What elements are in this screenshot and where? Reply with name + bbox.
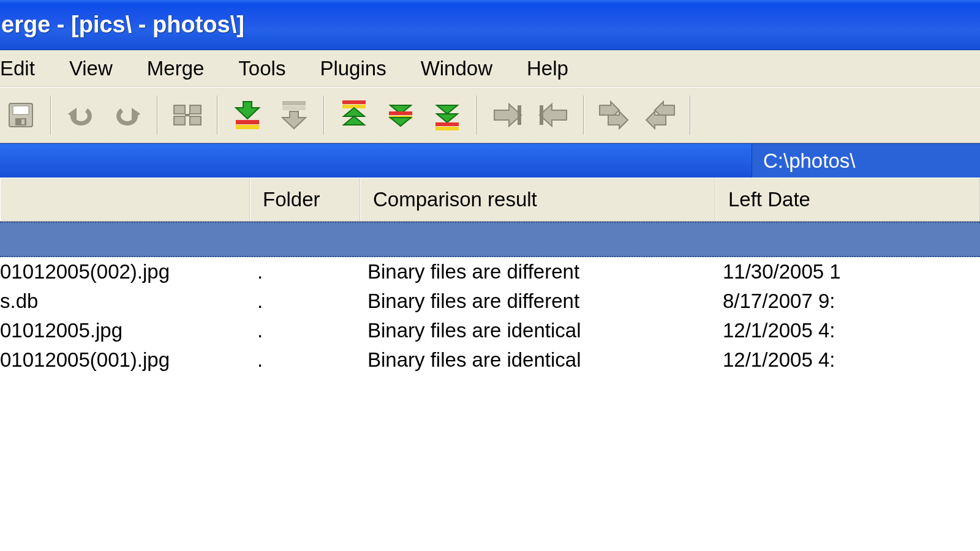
column-comparison[interactable]: Comparison result [360,178,715,221]
selected-row[interactable] [0,222,980,257]
double-down-icon [432,99,462,131]
menu-label: Edit [0,57,35,80]
svg-rect-21 [389,111,412,115]
toolbar-separator [50,96,51,135]
column-label: Comparison result [373,188,537,211]
svg-rect-14 [282,106,306,110]
svg-rect-13 [282,101,306,105]
menu-label: Merge [147,57,205,80]
save-button[interactable] [0,96,42,135]
menu-view[interactable]: View [52,53,130,84]
current-diff-button[interactable] [380,96,421,135]
svg-marker-12 [236,102,259,119]
table-row[interactable]: s.db . Binary files are different 8/17/2… [0,287,980,316]
cell-comparison: Binary files are different [360,290,715,313]
svg-rect-26 [435,122,459,126]
menu-help[interactable]: Help [510,53,586,84]
menu-label: Plugins [320,57,386,80]
cell-filename: 01012005(001).jpg [0,348,250,372]
cell-comparison: Binary files are different [360,260,715,283]
left-pane-path[interactable] [0,144,752,178]
toolbar-separator [477,96,478,135]
svg-rect-27 [435,127,459,130]
next-diff-button[interactable] [227,96,268,135]
svg-rect-7 [174,116,185,125]
column-filename[interactable] [0,178,250,221]
table-row[interactable]: 01012005(001).jpg . Binary files are ide… [0,345,980,375]
toolbar-separator [157,96,158,135]
menubar: Edit View Merge Tools Plugins Window Hel… [0,50,980,87]
svg-marker-25 [437,114,458,122]
cell-filename: 01012005(002).jpg [0,260,250,283]
compare-blocks-button[interactable] [167,96,208,135]
menu-tools[interactable]: Tools [221,53,303,84]
cell-folder: . [250,319,360,342]
last-diff-button[interactable] [426,96,468,135]
svg-marker-15 [282,111,306,129]
window-titlebar: erge - [pics\ - photos\] [0,0,980,50]
copy-right-button[interactable] [486,96,528,135]
menu-label: Help [527,57,568,80]
diff-down-icon [232,99,263,131]
merge-right-icon [597,100,630,130]
undo-icon [66,103,96,127]
menu-label: View [69,57,113,80]
column-folder[interactable]: Folder [250,178,360,221]
toolbar [0,87,980,143]
undo-button[interactable] [60,96,102,135]
table-row[interactable]: 01012005(002).jpg . Binary files are dif… [0,257,980,287]
svg-rect-6 [174,105,185,114]
merge-left-icon [644,100,677,130]
menu-merge[interactable]: Merge [130,53,222,84]
svg-marker-18 [344,108,364,116]
diff-up-icon [279,99,309,131]
cell-left-date: 11/30/2005 1 [715,260,980,283]
cell-filename: 01012005.jpg [0,319,250,342]
column-label: Left Date [728,188,810,211]
svg-rect-9 [190,116,201,125]
cell-left-date: 12/1/2005 4: [715,348,980,372]
copy-left-button[interactable] [533,96,575,135]
menu-window[interactable]: Window [404,53,510,84]
toolbar-separator [583,96,584,135]
pathbar: C:\photos\ [0,143,980,178]
first-diff-button[interactable] [333,96,375,135]
menu-label: Tools [238,57,285,80]
cell-comparison: Binary files are identical [360,348,715,372]
compare-blocks-icon [172,102,203,129]
cell-left-date: 8/17/2007 9: [715,290,980,313]
redo-icon [112,103,143,127]
menu-plugins[interactable]: Plugins [303,53,403,84]
svg-rect-31 [540,105,543,125]
cell-folder: . [250,290,360,313]
svg-rect-3 [21,119,24,124]
svg-marker-30 [540,104,567,126]
column-label: Folder [263,188,320,211]
cell-folder: . [250,260,360,283]
result-grid: 01012005(002).jpg . Binary files are dif… [0,257,980,551]
svg-rect-10 [236,120,259,124]
svg-marker-23 [390,118,411,126]
prev-diff-button[interactable] [273,96,315,135]
arrow-right-icon [491,102,524,129]
svg-rect-29 [518,105,521,125]
right-pane-path[interactable]: C:\photos\ [752,144,980,178]
column-header-row: Folder Comparison result Left Date [0,178,980,222]
svg-rect-1 [13,106,29,114]
cell-folder: . [250,348,360,372]
menu-edit[interactable]: Edit [0,53,52,84]
svg-rect-11 [236,125,259,129]
all-right-button[interactable] [593,96,635,135]
all-left-button[interactable] [639,96,681,135]
double-mid-icon [385,99,416,131]
table-row[interactable]: 01012005.jpg . Binary files are identica… [0,316,980,345]
redo-button[interactable] [107,96,148,135]
svg-rect-16 [342,100,366,104]
column-left-date[interactable]: Left Date [715,178,980,221]
cell-filename: s.db [0,290,250,313]
toolbar-separator [217,96,218,135]
arrow-left-icon [537,102,570,129]
svg-marker-19 [344,116,364,125]
cell-left-date: 12/1/2005 4: [715,319,980,342]
cell-comparison: Binary files are identical [360,319,715,342]
